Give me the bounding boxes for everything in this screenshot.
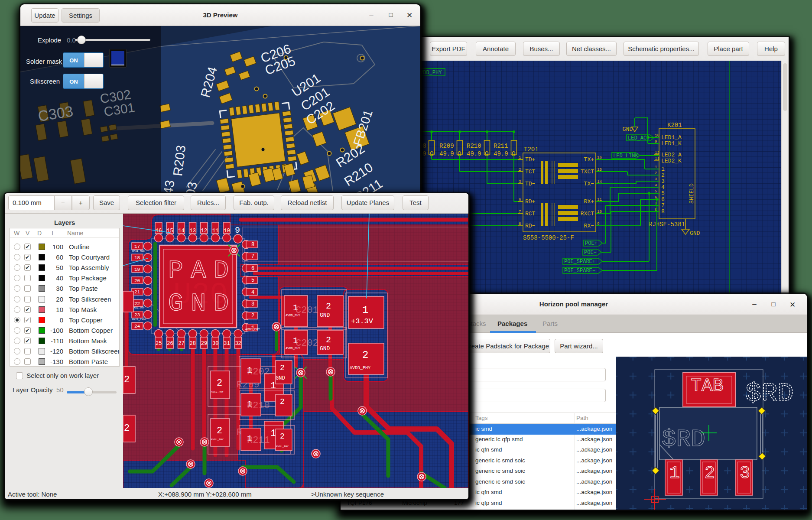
svg-text:1: 1 <box>362 304 368 316</box>
svg-text:LED_LINK: LED_LINK <box>613 153 638 159</box>
svg-text:3: 3 <box>519 180 521 184</box>
svg-text:1: 1 <box>270 428 276 439</box>
svg-text:28: 28 <box>190 341 196 347</box>
svg-text:2: 2 <box>280 432 285 441</box>
svg-text:RD−: RD− <box>525 223 536 229</box>
svg-text:19: 19 <box>134 267 140 272</box>
svg-text:2: 2 <box>124 423 130 434</box>
svg-text:2: 2 <box>326 301 331 311</box>
svg-text:R211: R211 <box>247 435 270 446</box>
svg-text:18: 18 <box>134 255 140 260</box>
svg-text:RJHSE-5381: RJHSE-5381 <box>649 221 685 228</box>
svg-text:T201: T201 <box>524 146 539 153</box>
svg-text:6: 6 <box>251 266 254 272</box>
svg-text:2: 2 <box>280 364 285 372</box>
svg-text:S558-5500-25-F: S558-5500-25-F <box>523 234 574 241</box>
svg-text:1: 1 <box>661 166 665 172</box>
svg-text:TXDL_PHY: TXDL_PHY <box>132 306 145 309</box>
svg-text:TD−: TD− <box>525 181 536 187</box>
svg-text:12: 12 <box>655 151 659 155</box>
svg-text:AVDD_PHY: AVDD_PHY <box>350 366 370 370</box>
svg-text:RX+: RX+ <box>584 198 594 205</box>
svg-text:TAB: TAB <box>691 376 724 396</box>
svg-text:POE−: POE− <box>584 250 597 256</box>
svg-text:4: 4 <box>661 184 665 191</box>
svg-text:23: 23 <box>134 312 140 318</box>
svg-text:RD+: RD+ <box>525 198 536 205</box>
svg-text:11: 11 <box>212 228 218 234</box>
svg-text:+3.3V: +3.3V <box>351 317 374 325</box>
svg-text:2: 2 <box>705 464 715 483</box>
svg-text:25: 25 <box>156 341 162 347</box>
svg-text:1: 1 <box>270 380 276 391</box>
svg-text:1: 1 <box>669 464 680 483</box>
svg-text:22: 22 <box>134 301 140 306</box>
svg-text:POE+: POE+ <box>585 240 598 247</box>
svg-text:AVDD_PHY: AVDD_PHY <box>245 328 260 331</box>
svg-text:8: 8 <box>519 222 521 226</box>
svg-text:2: 2 <box>280 397 285 406</box>
svg-text:17: 17 <box>134 244 140 249</box>
svg-text:TCT: TCT <box>525 169 536 175</box>
svg-text:4: 4 <box>251 289 254 296</box>
svg-text:VDD_PHY: VDD_PHY <box>420 70 442 76</box>
svg-text:AVGL_PHY: AVGL_PHY <box>211 438 224 441</box>
svg-text:7: 7 <box>519 210 521 214</box>
svg-text:GND: GND <box>320 312 330 318</box>
svg-text:6: 6 <box>519 198 521 202</box>
svg-text:27: 27 <box>178 341 184 347</box>
svg-text:7: 7 <box>251 254 254 260</box>
svg-text:LED2_A: LED2_A <box>661 152 682 158</box>
svg-text:21: 21 <box>134 289 140 295</box>
svg-text:GND: GND <box>320 345 330 352</box>
svg-text:11: 11 <box>655 157 659 161</box>
svg-text:2: 2 <box>251 313 254 319</box>
svg-text:5: 5 <box>661 190 665 197</box>
svg-text:8: 8 <box>251 242 254 248</box>
svg-text:RX−: RX− <box>584 223 594 229</box>
svg-text:R210: R210 <box>467 143 481 150</box>
svg-text:C201: C201 <box>296 305 318 316</box>
svg-text:1: 1 <box>519 156 521 160</box>
svg-text:49.9 Ω: 49.9 Ω <box>467 150 488 157</box>
svg-text:GND: GND <box>276 375 285 381</box>
svg-text:POE_SPARE−: POE_SPARE− <box>564 268 595 274</box>
svg-text:20: 20 <box>134 278 140 283</box>
svg-text:LED1_A: LED1_A <box>661 134 682 141</box>
svg-text:SHIELD: SHIELD <box>689 183 695 204</box>
svg-text:POE_SPARE+: POE_SPARE+ <box>564 259 595 265</box>
svg-text:2: 2 <box>217 378 222 389</box>
svg-text:R202: R202 <box>247 367 270 377</box>
svg-text:2: 2 <box>519 168 521 172</box>
svg-text:2: 2 <box>217 426 222 436</box>
svg-text:3: 3 <box>740 464 750 483</box>
svg-text:49.9 Ω: 49.9 Ω <box>494 150 515 157</box>
svg-text:13: 13 <box>190 228 196 234</box>
svg-text:6: 6 <box>661 196 665 203</box>
svg-text:GND: GND <box>623 126 633 133</box>
svg-text:3: 3 <box>251 301 254 307</box>
svg-text:14: 14 <box>178 228 184 234</box>
svg-text:R209: R209 <box>439 143 454 150</box>
svg-text:2: 2 <box>326 335 331 345</box>
svg-text:TX+: TX+ <box>584 156 594 163</box>
svg-text:5: 5 <box>251 277 254 283</box>
svg-text:AVGL_PHY: AVGL_PHY <box>211 390 224 393</box>
svg-text:26: 26 <box>167 341 173 347</box>
svg-text:9: 9 <box>235 225 240 235</box>
svg-text:GND: GND <box>690 230 700 237</box>
svg-text:TD+: TD+ <box>525 156 536 163</box>
svg-text:31: 31 <box>224 341 230 347</box>
svg-text:49.9 Ω: 49.9 Ω <box>439 150 461 157</box>
svg-text:2: 2 <box>661 172 665 179</box>
svg-text:TX−: TX− <box>584 181 594 187</box>
svg-text:$RD: $RD <box>745 378 794 409</box>
svg-text:15: 15 <box>167 228 173 234</box>
svg-text:PAD: PAD <box>168 257 229 285</box>
svg-text:24: 24 <box>134 324 140 329</box>
svg-text:LED_ACT: LED_ACT <box>628 135 650 141</box>
svg-text:C202: C202 <box>296 338 318 349</box>
svg-text:10: 10 <box>224 228 230 234</box>
svg-text:12: 12 <box>201 228 207 234</box>
svg-text:7: 7 <box>661 202 665 209</box>
